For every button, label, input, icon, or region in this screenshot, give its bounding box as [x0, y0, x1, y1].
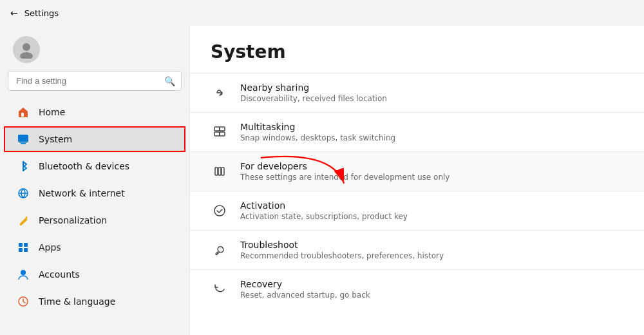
activation-icon: [211, 202, 229, 220]
sidebar-item-bluetooth[interactable]: Bluetooth & devices: [4, 153, 185, 179]
svg-rect-3: [18, 135, 28, 142]
svg-rect-17: [220, 132, 225, 136]
multitasking-icon: [211, 123, 229, 141]
recovery-text: RecoveryReset, advanced startup, go back: [240, 279, 370, 300]
sidebar-item-apps[interactable]: Apps: [4, 235, 185, 260]
main-content: System Nearby sharingDiscoverability, re…: [189, 26, 644, 335]
svg-rect-5: [19, 142, 27, 143]
network-icon: [17, 187, 30, 200]
avatar: [13, 36, 40, 63]
troubleshoot-icon: [211, 241, 229, 259]
sidebar-item-system[interactable]: System: [4, 126, 185, 152]
for-developers-icon: [211, 162, 229, 180]
apps-icon: [17, 241, 30, 254]
svg-rect-15: [220, 127, 225, 131]
multitasking-subtitle: Snap windows, desktops, task switching: [240, 133, 395, 142]
search-container: 🔍: [8, 71, 182, 91]
title-bar: ← Settings: [0, 0, 644, 26]
troubleshoot-text: TroubleshootRecommended troubleshooters,…: [240, 240, 444, 260]
time-icon: [17, 295, 30, 308]
for-developers-title: For developers: [240, 161, 450, 171]
page-title: System: [211, 41, 623, 62]
nearby-sharing-text: Nearby sharingDiscoverability, received …: [240, 82, 387, 103]
accounts-icon: [17, 268, 30, 281]
svg-rect-4: [21, 143, 26, 144]
recovery-title: Recovery: [240, 279, 370, 289]
sidebar-item-time[interactable]: Time & language: [4, 289, 185, 314]
settings-item-recovery[interactable]: RecoveryReset, advanced startup, go back: [190, 269, 644, 309]
settings-item-nearby-sharing[interactable]: Nearby sharingDiscoverability, received …: [190, 73, 644, 112]
for-developers-text: For developersThese settings are intende…: [240, 161, 450, 182]
svg-rect-19: [218, 168, 221, 175]
settings-item-multitasking[interactable]: MultitaskingSnap windows, desktops, task…: [190, 112, 644, 151]
svg-point-1: [20, 52, 33, 59]
svg-rect-8: [19, 243, 23, 247]
settings-list: Nearby sharingDiscoverability, received …: [190, 73, 644, 309]
troubleshoot-subtitle: Recommended troubleshooters, preferences…: [240, 251, 444, 260]
multitasking-text: MultitaskingSnap windows, desktops, task…: [240, 122, 395, 142]
back-button[interactable]: ←: [10, 8, 18, 18]
svg-rect-14: [214, 127, 220, 131]
activation-title: Activation: [240, 200, 408, 211]
sidebar-item-home[interactable]: Home: [4, 99, 185, 125]
svg-rect-18: [215, 168, 218, 175]
settings-item-activation[interactable]: ActivationActivation state, subscription…: [190, 191, 644, 230]
for-developers-subtitle: These settings are intended for developm…: [240, 173, 450, 182]
sidebar-item-label-apps: Apps: [39, 242, 173, 253]
svg-rect-11: [24, 248, 28, 252]
personalization-icon: [17, 214, 30, 227]
app-title: Settings: [24, 8, 59, 18]
svg-rect-16: [214, 132, 220, 136]
sidebar: 🔍 HomeSystemBluetooth & devicesNetwork &…: [0, 26, 189, 335]
home-icon: [17, 106, 30, 119]
sidebar-item-label-accounts: Accounts: [39, 269, 173, 280]
sidebar-item-accounts[interactable]: Accounts: [4, 262, 185, 287]
sidebar-item-label-home: Home: [39, 107, 173, 117]
nearby-sharing-title: Nearby sharing: [240, 82, 387, 93]
search-input[interactable]: [8, 71, 182, 91]
sidebar-item-network[interactable]: Network & internet: [4, 180, 185, 206]
search-icon: 🔍: [164, 76, 175, 86]
sidebar-item-label-time: Time & language: [39, 296, 173, 307]
svg-rect-2: [21, 113, 24, 117]
recovery-subtitle: Reset, advanced startup, go back: [240, 291, 370, 300]
recovery-icon: [211, 280, 229, 298]
svg-point-21: [214, 206, 225, 216]
sidebar-nav: HomeSystemBluetooth & devicesNetwork & i…: [0, 99, 189, 315]
svg-rect-20: [222, 168, 224, 175]
svg-rect-9: [24, 243, 28, 247]
svg-rect-10: [19, 248, 23, 252]
sidebar-profile: [0, 26, 189, 71]
sidebar-item-label-bluetooth: Bluetooth & devices: [39, 161, 173, 171]
troubleshoot-title: Troubleshoot: [240, 240, 444, 250]
sidebar-item-label-network: Network & internet: [39, 188, 173, 198]
activation-subtitle: Activation state, subscriptions, product…: [240, 212, 408, 221]
nearby-sharing-icon: [211, 84, 229, 102]
system-icon: [17, 133, 30, 146]
sidebar-item-label-system: System: [39, 134, 173, 144]
svg-point-7: [26, 216, 28, 218]
activation-text: ActivationActivation state, subscription…: [240, 200, 408, 221]
bluetooth-icon: [17, 160, 30, 173]
multitasking-title: Multitasking: [240, 122, 395, 132]
settings-item-troubleshoot[interactable]: TroubleshootRecommended troubleshooters,…: [190, 230, 644, 269]
svg-point-12: [21, 270, 26, 275]
sidebar-item-label-personalization: Personalization: [39, 215, 173, 225]
nearby-sharing-subtitle: Discoverability, received files location: [240, 94, 387, 103]
settings-item-for-developers[interactable]: For developersThese settings are intende…: [190, 151, 644, 191]
svg-point-0: [23, 43, 30, 51]
sidebar-item-personalization[interactable]: Personalization: [4, 207, 185, 233]
content-header: System: [190, 26, 644, 73]
